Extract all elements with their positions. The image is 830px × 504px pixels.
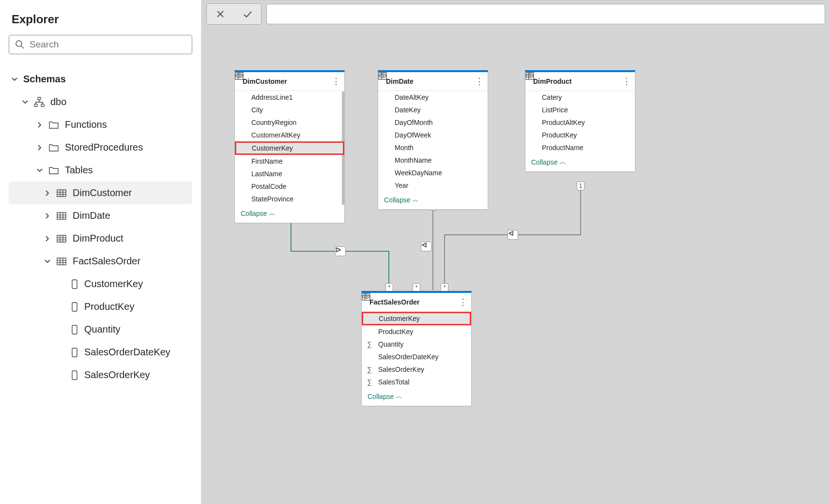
field[interactable]: ProductKey [525,129,635,141]
schemas-label: Schemas [23,74,66,85]
field[interactable]: Catery [525,91,635,104]
table-dimdate[interactable]: DimDate [9,204,192,227]
column-salesorderdatekey[interactable]: SalesOrderDateKey [9,341,192,364]
field[interactable]: City [235,104,344,116]
more-menu[interactable]: ⋮ [622,76,631,87]
svg-line-1 [21,46,24,48]
entity-factsalesorder[interactable]: FactSalesOrder ⋮ CustomerKey ProductKey … [361,291,472,406]
field[interactable]: AddressLine1 [235,91,344,104]
field[interactable]: MonthName [378,154,488,167]
collapse-toggle[interactable]: Collapse︿ [362,388,471,406]
schemas-node[interactable]: Schemas [9,68,192,91]
field[interactable]: ProductAltKey [525,116,635,129]
svg-rect-26 [72,303,77,311]
field[interactable]: ProductKey [362,325,471,338]
more-menu[interactable]: ⋮ [332,76,340,87]
more-menu[interactable]: ⋮ [475,76,484,87]
search-icon [15,40,25,49]
field[interactable]: PostalCode [235,180,344,193]
folder-storedprocedures[interactable]: StoredProcedures [9,136,192,159]
folder-tables[interactable]: Tables [9,159,192,182]
column-customerkey[interactable]: CustomerKey [9,273,192,295]
field-customerkey[interactable]: CustomerKey [235,141,344,155]
table-icon [56,257,67,266]
field[interactable]: ∑SalesOrderKey [362,363,471,376]
table-icon [56,234,67,244]
column-icon [71,347,78,358]
collapse-toggle[interactable]: Collapse︿ [235,205,344,223]
svg-rect-28 [72,348,77,357]
field-customerkey[interactable]: CustomerKey [362,312,471,325]
chevron-right-icon [44,213,51,219]
search-box[interactable] [9,35,192,54]
table-dimproduct[interactable]: DimProduct [9,227,192,250]
folder-label: StoredProcedures [65,142,143,153]
filter-direction-icon [335,246,346,256]
formula-input[interactable] [266,4,825,24]
collapse-toggle[interactable]: Collapse︿ [378,192,488,209]
chevron-right-icon [44,190,51,197]
entity-title: DimProduct [533,77,619,85]
field[interactable]: StateProvince [235,193,344,205]
field[interactable]: DateKey [378,104,488,116]
table-dimcustomer[interactable]: DimCustomer [9,182,192,204]
commit-button[interactable] [234,4,261,24]
field[interactable]: ListPrice [525,104,635,116]
svg-rect-29 [72,371,77,380]
close-icon [216,10,225,18]
sigma-icon: ∑ [367,378,372,386]
svg-rect-20 [57,258,66,265]
schema-dbo[interactable]: dbo [9,91,192,113]
folder-functions[interactable]: Functions [9,113,192,136]
column-label: Quantity [84,324,120,335]
formula-bar [201,0,830,28]
field[interactable]: LastName [235,168,344,180]
entity-dimproduct[interactable]: DimProduct ⋮ Catery ListPrice ProductAlt… [525,70,635,172]
collapse-toggle[interactable]: Collapse︿ [525,154,635,171]
field[interactable]: WeekDayName [378,167,488,179]
entity-title: FactSalesOrder [369,298,456,306]
field[interactable]: FirstName [235,155,344,168]
column-productkey[interactable]: ProductKey [9,295,192,318]
column-salesorderkey[interactable]: SalesOrderKey [9,364,192,386]
column-label: CustomerKey [84,278,143,290]
search-input[interactable] [30,39,186,50]
svg-rect-25 [72,280,77,289]
svg-rect-3 [34,104,37,107]
explorer-sidebar: Explorer Schemas dbo Functions StoredPro… [0,0,201,504]
table-label: FactSalesOrder [73,256,140,267]
field[interactable]: ∑SalesTotal [362,376,471,388]
entity-dimdate[interactable]: DimDate ⋮ DateAltKey DateKey DayOfMonth … [378,70,488,210]
table-label: DimDate [73,210,110,221]
model-canvas[interactable]: 1 1 1 * * * DimCustomer ⋮ AddressLine1 [201,28,830,504]
entity-dimcustomer[interactable]: DimCustomer ⋮ AddressLine1 City CountryR… [234,70,345,223]
field[interactable]: Month [378,141,488,154]
folder-icon [48,143,59,153]
field[interactable]: CountryRegion [235,116,344,129]
folder-icon [48,120,59,130]
field[interactable]: Year [378,179,488,192]
more-menu[interactable]: ⋮ [459,297,467,307]
field[interactable]: DayOfWeek [378,129,488,141]
field[interactable]: CustomerAltKey [235,129,344,141]
svg-marker-33 [422,243,426,247]
chevron-down-icon [11,76,18,83]
table-factsalesorder[interactable]: FactSalesOrder [9,250,192,273]
svg-marker-34 [509,231,513,235]
field[interactable]: DateAltKey [378,91,488,104]
folder-icon [48,166,59,175]
entity-title: DimDate [386,77,472,85]
field[interactable]: ProductName [525,141,635,154]
field[interactable]: DayOfMonth [378,116,488,129]
cancel-button[interactable] [207,4,234,24]
field[interactable]: SalesOrderDateKey [362,351,471,363]
explorer-title: Explorer [12,13,192,26]
column-quantity[interactable]: Quantity [9,318,192,341]
folder-label: Functions [65,119,107,130]
field[interactable]: ∑Quantity [362,338,471,351]
table-label: DimProduct [73,233,123,244]
chevron-down-icon [44,258,51,265]
table-icon [56,211,67,221]
chevron-right-icon [36,122,43,128]
svg-rect-10 [57,213,66,219]
